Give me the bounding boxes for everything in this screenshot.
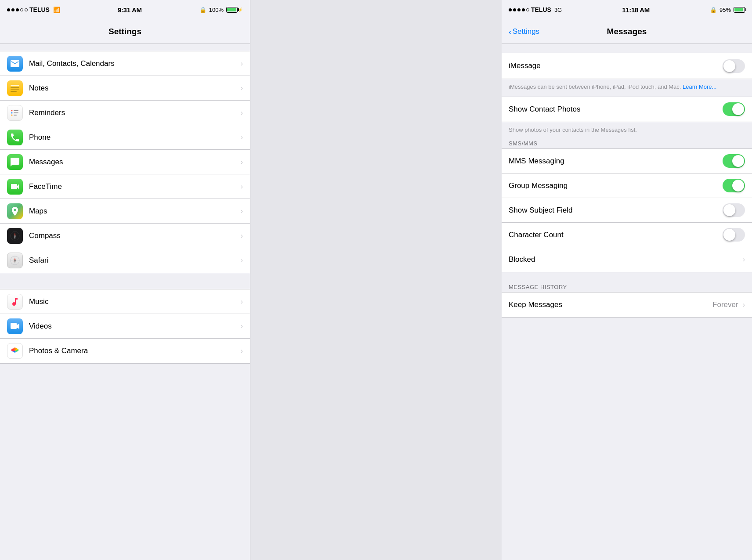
- messages-settings-content: iMessage iMessages can be sent between i…: [502, 44, 752, 560]
- chevron-photos: ›: [241, 347, 243, 355]
- notes-icon: [7, 80, 23, 96]
- settings-item-notes[interactable]: Notes ›: [0, 76, 250, 101]
- messages-label: Messages: [29, 158, 239, 166]
- imessage-toggle-knob: [723, 60, 735, 72]
- imessage-group: iMessage: [502, 53, 752, 79]
- chevron-mail: ›: [241, 60, 243, 68]
- message-history-group: Keep Messages Forever ›: [502, 292, 752, 318]
- svg-rect-4: [14, 112, 18, 113]
- battery-left: ⚡: [226, 7, 243, 13]
- safari-label: Safari: [29, 256, 239, 265]
- signal-dot-r3: [517, 8, 521, 11]
- compass-label: Compass: [29, 231, 239, 240]
- group-messaging-knob: [732, 180, 744, 191]
- mail-label: Mail, Contacts, Calendars: [29, 59, 239, 68]
- mms-knob: [732, 155, 744, 167]
- settings-item-messages[interactable]: Messages ›: [0, 150, 250, 174]
- message-history-header-text: MESSAGE HISTORY: [509, 284, 567, 290]
- chevron-videos: ›: [241, 322, 243, 330]
- messages-icon: [7, 154, 23, 170]
- settings-item-compass[interactable]: Compass ›: [0, 224, 250, 248]
- character-count-item[interactable]: Character Count: [502, 223, 752, 247]
- status-bar-right: TELUS 3G 11:18 AM 🔒 95%: [502, 0, 752, 19]
- chevron-keep-messages: ›: [743, 301, 745, 309]
- settings-item-phone[interactable]: Phone ›: [0, 125, 250, 150]
- group-messaging-toggle[interactable]: [723, 179, 745, 192]
- settings-item-facetime[interactable]: FaceTime ›: [0, 174, 250, 199]
- settings-item-music[interactable]: Music ›: [0, 289, 250, 314]
- settings-item-mail[interactable]: Mail, Contacts, Calendars ›: [0, 51, 250, 76]
- messages-nav-title: Messages: [607, 27, 647, 36]
- settings-item-photos[interactable]: Photos & Camera ›: [0, 339, 250, 363]
- signal-dot-r2: [513, 8, 516, 11]
- right-phone: TELUS 3G 11:18 AM 🔒 95% ‹ Settings Messa…: [502, 0, 752, 560]
- svg-point-9: [14, 235, 16, 236]
- imessage-item[interactable]: iMessage: [502, 53, 752, 79]
- character-count-knob: [723, 229, 735, 241]
- signal-dot-2: [11, 8, 14, 11]
- left-phone: TELUS 📶 9:31 AM 🔒 100% ⚡ Settings: [0, 0, 250, 560]
- mms-toggle[interactable]: [723, 154, 745, 168]
- group-messaging-item[interactable]: Group Messaging: [502, 173, 752, 198]
- settings-item-reminders[interactable]: Reminders ›: [0, 101, 250, 125]
- videos-icon: [7, 318, 23, 334]
- contact-photos-desc: Show photos of your contacts in the Mess…: [509, 126, 637, 133]
- music-icon: [7, 294, 23, 310]
- show-subject-item[interactable]: Show Subject Field: [502, 198, 752, 223]
- learn-more-link[interactable]: Learn More...: [683, 83, 716, 90]
- facetime-label: FaceTime: [29, 182, 239, 191]
- back-button[interactable]: ‹ Settings: [509, 27, 539, 36]
- settings-item-videos[interactable]: Videos ›: [0, 314, 250, 339]
- keep-messages-item[interactable]: Keep Messages Forever ›: [502, 293, 752, 317]
- settings-title: Settings: [108, 27, 141, 36]
- reminders-label: Reminders: [29, 108, 239, 117]
- photos-icon: [7, 343, 23, 359]
- imessage-label: iMessage: [509, 61, 723, 70]
- imessage-desc-text: iMessages can be sent between iPhone, iP…: [509, 83, 683, 90]
- message-history-header: MESSAGE HISTORY: [502, 281, 752, 292]
- character-count-label: Character Count: [509, 231, 723, 239]
- signal-dot-r1: [509, 8, 512, 11]
- chevron-maps: ›: [241, 207, 243, 215]
- blocked-item[interactable]: Blocked ›: [502, 247, 752, 272]
- mail-icon: [7, 56, 23, 72]
- signal-dot-5: [25, 8, 28, 11]
- group-messaging-label: Group Messaging: [509, 181, 723, 190]
- settings-group-2: Music › Videos ›: [0, 289, 250, 364]
- svg-rect-3: [14, 110, 18, 111]
- notes-label: Notes: [29, 84, 239, 93]
- phone-label: Phone: [29, 133, 239, 142]
- music-label: Music: [29, 297, 239, 306]
- imessage-toggle[interactable]: [723, 59, 745, 73]
- contact-photos-knob: [732, 103, 744, 115]
- lock-icon-right: 🔒: [710, 7, 717, 13]
- status-left-right: TELUS 3G: [509, 6, 562, 13]
- carrier-label: TELUS: [29, 6, 50, 13]
- contact-photos-item[interactable]: Show Contact Photos: [502, 97, 752, 122]
- battery-right: [734, 7, 745, 13]
- settings-item-safari[interactable]: Safari ›: [0, 248, 250, 273]
- nav-bar-left: Settings: [0, 19, 250, 44]
- signal-dot-4: [20, 8, 23, 11]
- svg-rect-5: [14, 115, 17, 116]
- facetime-icon: [7, 179, 23, 195]
- mms-label: MMS Messaging: [509, 157, 723, 166]
- bottom-gap-right: [502, 318, 752, 335]
- signal-dots-right: [509, 8, 529, 11]
- chevron-phone: ›: [241, 134, 243, 141]
- blocked-label: Blocked: [509, 255, 741, 264]
- character-count-toggle[interactable]: [723, 228, 745, 242]
- signal-dot-1: [7, 8, 10, 11]
- status-right-left: 🔒 100% ⚡: [199, 7, 243, 13]
- status-bar-left: TELUS 📶 9:31 AM 🔒 100% ⚡: [0, 0, 250, 19]
- contact-photos-toggle[interactable]: [723, 102, 745, 116]
- maps-icon: [7, 203, 23, 219]
- compass-icon: [7, 228, 23, 244]
- show-subject-toggle[interactable]: [723, 203, 745, 217]
- settings-item-maps[interactable]: Maps ›: [0, 199, 250, 224]
- phone-icon: [7, 130, 23, 145]
- top-gap: [0, 44, 250, 51]
- maps-label: Maps: [29, 207, 239, 216]
- mms-messaging-item[interactable]: MMS Messaging: [502, 149, 752, 173]
- sms-mms-group: MMS Messaging Group Messaging Show Subje…: [502, 148, 752, 272]
